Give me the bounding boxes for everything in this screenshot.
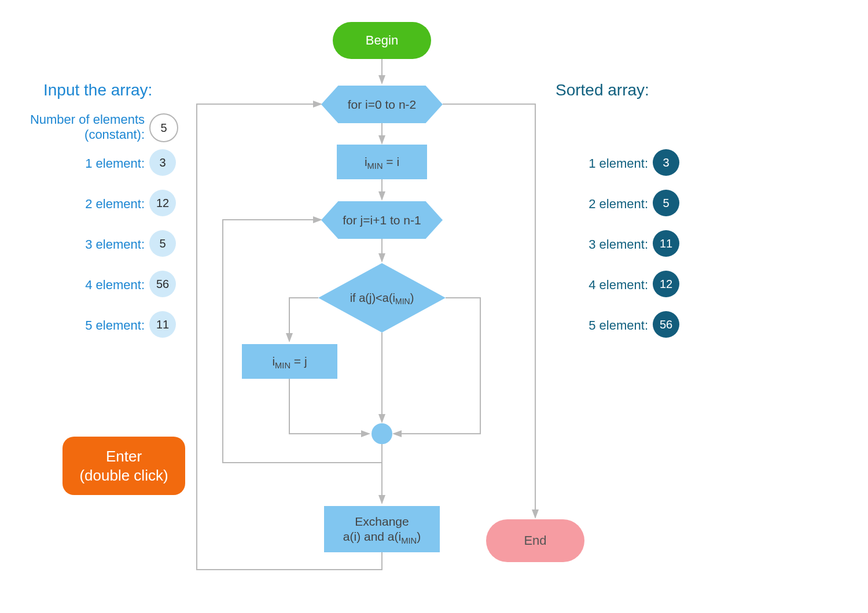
flow-decision: if a(j)<a(iMIN) (318, 263, 446, 333)
input-label-1: 1 element: (23, 156, 145, 171)
input-value-3: 5 (159, 237, 165, 250)
input-bubble-4[interactable]: 56 (149, 271, 176, 297)
input-value-5: 11 (156, 318, 169, 331)
flow-loop-i: for i=0 to n-2 (321, 86, 443, 123)
input-value-2: 12 (156, 197, 169, 210)
flow-loop-i-label: for i=0 to n-2 (348, 98, 416, 112)
input-label-4: 4 element: (23, 278, 145, 293)
enter-button[interactable]: Enter (double click) (62, 437, 185, 495)
flow-exchange: Exchange a(i) and a(iMIN) (324, 506, 440, 552)
enter-button-line2: (double click) (78, 466, 170, 485)
input-label-3: 3 element: (23, 237, 145, 252)
const-label-line2: (constant): (23, 127, 145, 142)
flow-imin-i: iMIN = i (337, 145, 427, 179)
output-bubble-3: 11 (653, 230, 679, 257)
output-value-3: 11 (660, 237, 672, 250)
flow-imin-j-label: iMIN = j (272, 354, 307, 369)
flow-loop-j: for j=i+1 to n-1 (321, 201, 443, 239)
input-label-2: 2 element: (23, 197, 145, 212)
flow-decision-label: if a(j)<a(iMIN) (318, 263, 446, 333)
output-bubble-5: 56 (653, 311, 679, 338)
flow-begin-label: Begin (366, 33, 398, 48)
flow-connector (372, 423, 392, 444)
input-bubble-2[interactable]: 12 (149, 190, 176, 216)
input-bubble-5[interactable]: 11 (149, 311, 176, 338)
input-value-1: 3 (159, 156, 165, 169)
output-label-1: 1 element: (561, 156, 648, 171)
output-label-4: 4 element: (561, 278, 648, 293)
flow-begin: Begin (333, 22, 431, 59)
output-bubble-4: 12 (653, 271, 679, 297)
output-value-4: 12 (660, 278, 672, 291)
output-bubble-1: 3 (653, 149, 679, 176)
flow-exchange-line1: Exchange (355, 514, 409, 529)
input-label-5: 5 element: (23, 318, 145, 333)
output-value-1: 3 (663, 156, 669, 169)
flow-loop-j-label: for j=i+1 to n-1 (343, 213, 421, 227)
flow-exchange-line2: a(i) and a(iMIN) (343, 529, 421, 544)
input-array-title: Input the array: (43, 81, 152, 99)
input-bubble-1[interactable]: 3 (149, 149, 176, 176)
output-value-2: 5 (663, 197, 669, 210)
flow-end-label: End (524, 533, 546, 548)
output-label-5: 5 element: (561, 318, 648, 333)
flow-imin-i-label: iMIN = i (365, 154, 399, 169)
const-label-line1: Number of elements (23, 112, 145, 127)
output-label-2: 2 element: (561, 197, 648, 212)
sorted-array-title: Sorted array: (556, 81, 649, 99)
output-label-3: 3 element: (561, 237, 648, 252)
flow-imin-j: iMIN = j (242, 344, 337, 379)
flow-end: End (486, 519, 584, 562)
input-bubble-3[interactable]: 5 (149, 230, 176, 257)
output-value-5: 56 (660, 318, 672, 331)
const-value: 5 (160, 121, 167, 135)
enter-button-line1: Enter (78, 447, 170, 466)
input-value-4: 56 (156, 278, 169, 291)
const-value-bubble[interactable]: 5 (149, 113, 178, 142)
output-bubble-2: 5 (653, 190, 679, 216)
